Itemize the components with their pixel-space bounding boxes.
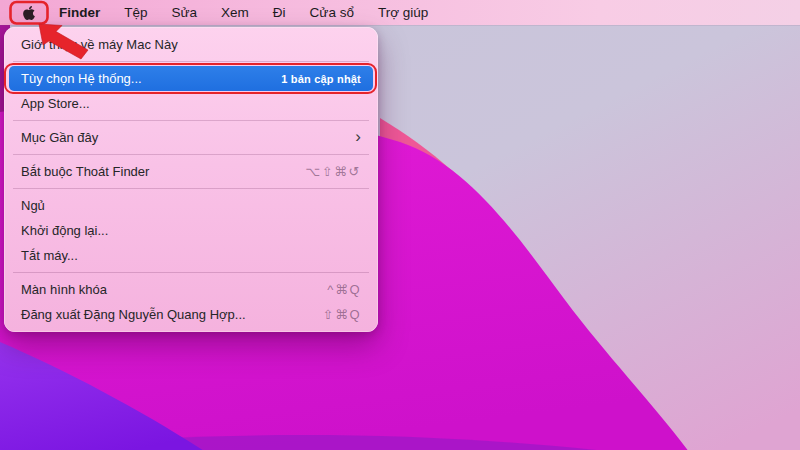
apple-menu-button[interactable] bbox=[21, 5, 37, 21]
macos-desktop: Finder Tệp Sửa Xem Đi Cửa sổ Trợ giúp Gi… bbox=[0, 0, 800, 450]
menu-separator bbox=[13, 188, 369, 189]
menubar-item-window[interactable]: Cửa sổ bbox=[298, 5, 366, 20]
menu-item-label: Giới thiệu về máy Mac Này bbox=[21, 37, 178, 52]
update-count-badge: 1 bản cập nhật bbox=[281, 73, 361, 85]
keyboard-shortcut: ^⌘Q bbox=[327, 282, 361, 297]
menu-item-label: Tắt máy... bbox=[21, 248, 78, 263]
apple-logo-icon bbox=[23, 5, 35, 21]
menu-item-label: Màn hình khóa bbox=[21, 282, 107, 297]
menubar-item-view[interactable]: Xem bbox=[209, 5, 261, 20]
menu-item-restart[interactable]: Khởi động lại... bbox=[4, 218, 378, 243]
menu-item-label: Bắt buộc Thoát Finder bbox=[21, 164, 149, 179]
menu-item-system-preferences[interactable]: Tùy chọn Hệ thống... 1 bản cập nhật bbox=[9, 66, 373, 91]
menubar-app-name[interactable]: Finder bbox=[59, 5, 112, 20]
menu-item-label: Tùy chọn Hệ thống... bbox=[21, 71, 142, 86]
menu-item-force-quit-finder[interactable]: Bắt buộc Thoát Finder ⌥⇧⌘↺ bbox=[4, 159, 378, 184]
menu-separator bbox=[13, 154, 369, 155]
menu-item-label: Mục Gần đây bbox=[21, 130, 98, 145]
apple-menu-dropdown: Giới thiệu về máy Mac Này Tùy chọn Hệ th… bbox=[4, 27, 378, 332]
menu-item-shut-down[interactable]: Tắt máy... bbox=[4, 243, 378, 268]
menu-separator bbox=[13, 61, 369, 62]
menu-item-label: Đăng xuất Đặng Nguyễn Quang Hợp... bbox=[21, 307, 246, 322]
keyboard-shortcut: ⇧⌘Q bbox=[322, 307, 361, 322]
menu-separator bbox=[13, 120, 369, 121]
system-preferences-row-wrap: Tùy chọn Hệ thống... 1 bản cập nhật bbox=[4, 66, 378, 91]
menubar-item-edit[interactable]: Sửa bbox=[160, 5, 210, 20]
menu-bar: Finder Tệp Sửa Xem Đi Cửa sổ Trợ giúp bbox=[0, 0, 800, 25]
menu-item-about-this-mac[interactable]: Giới thiệu về máy Mac Này bbox=[4, 32, 378, 57]
menu-item-label: App Store... bbox=[21, 96, 90, 111]
menu-item-label: Ngủ bbox=[21, 198, 45, 213]
menu-item-app-store[interactable]: App Store... bbox=[4, 91, 378, 116]
menu-item-lock-screen[interactable]: Màn hình khóa ^⌘Q bbox=[4, 277, 378, 302]
menu-separator bbox=[13, 272, 369, 273]
keyboard-shortcut: ⌥⇧⌘↺ bbox=[305, 164, 361, 179]
menu-item-recent-items[interactable]: Mục Gần đây › bbox=[4, 125, 378, 150]
menu-item-label: Khởi động lại... bbox=[21, 223, 108, 238]
submenu-chevron-icon: › bbox=[355, 128, 361, 145]
menu-item-sleep[interactable]: Ngủ bbox=[4, 193, 378, 218]
menu-item-log-out[interactable]: Đăng xuất Đặng Nguyễn Quang Hợp... ⇧⌘Q bbox=[4, 302, 378, 327]
menubar-item-go[interactable]: Đi bbox=[261, 5, 298, 20]
menubar-item-file[interactable]: Tệp bbox=[112, 5, 159, 20]
menubar-item-help[interactable]: Trợ giúp bbox=[366, 5, 440, 20]
